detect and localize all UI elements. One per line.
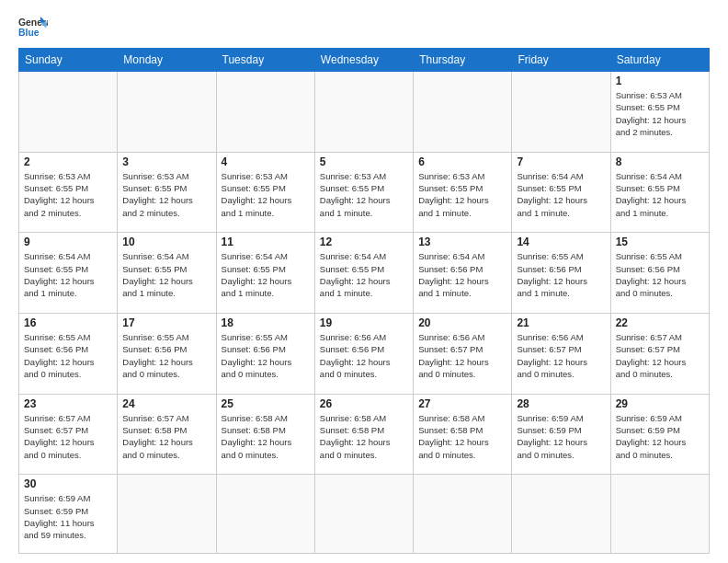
day-info: Sunrise: 6:53 AM Sunset: 6:55 PM Dayligh… — [616, 89, 704, 138]
day-number: 19 — [320, 316, 408, 329]
day-info: Sunrise: 6:55 AM Sunset: 6:56 PM Dayligh… — [517, 250, 605, 299]
day-info: Sunrise: 6:55 AM Sunset: 6:56 PM Dayligh… — [122, 331, 210, 380]
day-info: Sunrise: 6:53 AM Sunset: 6:55 PM Dayligh… — [320, 170, 408, 219]
day-number: 5 — [320, 155, 408, 168]
calendar-cell: 21Sunrise: 6:56 AM Sunset: 6:57 PM Dayli… — [512, 314, 610, 395]
day-number: 7 — [517, 155, 605, 168]
day-number: 13 — [418, 236, 506, 248]
calendar-cell — [216, 72, 314, 153]
day-info: Sunrise: 6:55 AM Sunset: 6:56 PM Dayligh… — [24, 331, 112, 380]
calendar-cell: 25Sunrise: 6:58 AM Sunset: 6:58 PM Dayli… — [216, 394, 314, 475]
calendar-cell: 14Sunrise: 6:55 AM Sunset: 6:56 PM Dayli… — [512, 233, 610, 314]
day-number: 28 — [517, 397, 605, 410]
day-info: Sunrise: 6:55 AM Sunset: 6:56 PM Dayligh… — [616, 250, 704, 299]
day-info: Sunrise: 6:59 AM Sunset: 6:59 PM Dayligh… — [517, 412, 605, 461]
day-info: Sunrise: 6:56 AM Sunset: 6:57 PM Dayligh… — [418, 331, 506, 380]
day-info: Sunrise: 6:56 AM Sunset: 6:57 PM Dayligh… — [517, 331, 605, 380]
day-number: 30 — [24, 477, 112, 490]
calendar-cell: 2Sunrise: 6:53 AM Sunset: 6:55 PM Daylig… — [19, 152, 118, 233]
day-number: 10 — [122, 236, 210, 248]
day-info: Sunrise: 6:53 AM Sunset: 6:55 PM Dayligh… — [222, 170, 310, 219]
day-number: 1 — [616, 75, 704, 87]
day-info: Sunrise: 6:56 AM Sunset: 6:56 PM Dayligh… — [320, 331, 408, 380]
calendar-cell — [610, 475, 709, 554]
calendar-cell: 3Sunrise: 6:53 AM Sunset: 6:55 PM Daylig… — [118, 152, 216, 233]
calendar-cell: 20Sunrise: 6:56 AM Sunset: 6:57 PM Dayli… — [414, 314, 512, 395]
day-number: 15 — [616, 236, 704, 248]
day-number: 11 — [222, 236, 310, 248]
day-info: Sunrise: 6:54 AM Sunset: 6:55 PM Dayligh… — [122, 250, 210, 299]
day-info: Sunrise: 6:54 AM Sunset: 6:55 PM Dayligh… — [320, 250, 408, 299]
calendar-table: SundayMondayTuesdayWednesdayThursdayFrid… — [18, 48, 710, 554]
calendar-cell: 27Sunrise: 6:58 AM Sunset: 6:58 PM Dayli… — [414, 394, 512, 475]
calendar-cell: 23Sunrise: 6:57 AM Sunset: 6:57 PM Dayli… — [19, 394, 118, 475]
day-number: 8 — [616, 155, 704, 168]
day-number: 22 — [616, 316, 704, 329]
day-info: Sunrise: 6:58 AM Sunset: 6:58 PM Dayligh… — [320, 412, 408, 461]
day-number: 6 — [418, 155, 506, 168]
calendar-cell: 11Sunrise: 6:54 AM Sunset: 6:55 PM Dayli… — [216, 233, 314, 314]
calendar-cell: 22Sunrise: 6:57 AM Sunset: 6:57 PM Dayli… — [610, 314, 709, 395]
calendar-cell — [512, 72, 610, 153]
day-number: 27 — [418, 397, 506, 410]
calendar-cell: 13Sunrise: 6:54 AM Sunset: 6:56 PM Dayli… — [414, 233, 512, 314]
day-info: Sunrise: 6:57 AM Sunset: 6:58 PM Dayligh… — [122, 412, 210, 461]
calendar-cell: 24Sunrise: 6:57 AM Sunset: 6:58 PM Dayli… — [118, 394, 216, 475]
calendar-cell — [216, 475, 314, 554]
logo: General Blue — [18, 15, 48, 40]
day-number: 23 — [24, 397, 112, 410]
calendar-cell: 12Sunrise: 6:54 AM Sunset: 6:55 PM Dayli… — [314, 233, 413, 314]
calendar-cell: 5Sunrise: 6:53 AM Sunset: 6:55 PM Daylig… — [314, 152, 413, 233]
day-info: Sunrise: 6:54 AM Sunset: 6:55 PM Dayligh… — [24, 250, 112, 299]
calendar-cell: 26Sunrise: 6:58 AM Sunset: 6:58 PM Dayli… — [314, 394, 413, 475]
weekday-header-tuesday: Tuesday — [216, 49, 314, 72]
calendar-cell — [118, 72, 216, 153]
calendar-cell — [512, 475, 610, 554]
day-info: Sunrise: 6:58 AM Sunset: 6:58 PM Dayligh… — [222, 412, 310, 461]
weekday-header-saturday: Saturday — [610, 49, 709, 72]
header: General Blue — [18, 15, 710, 40]
day-number: 21 — [517, 316, 605, 329]
day-info: Sunrise: 6:54 AM Sunset: 6:56 PM Dayligh… — [418, 250, 506, 299]
day-number: 2 — [24, 155, 112, 168]
calendar-cell: 18Sunrise: 6:55 AM Sunset: 6:56 PM Dayli… — [216, 314, 314, 395]
day-info: Sunrise: 6:53 AM Sunset: 6:55 PM Dayligh… — [418, 170, 506, 219]
calendar-cell: 4Sunrise: 6:53 AM Sunset: 6:55 PM Daylig… — [216, 152, 314, 233]
calendar-cell: 16Sunrise: 6:55 AM Sunset: 6:56 PM Dayli… — [19, 314, 118, 395]
day-info: Sunrise: 6:53 AM Sunset: 6:55 PM Dayligh… — [122, 170, 210, 219]
day-number: 25 — [222, 397, 310, 410]
weekday-header-sunday: Sunday — [19, 49, 118, 72]
day-number: 14 — [517, 236, 605, 248]
day-info: Sunrise: 6:55 AM Sunset: 6:56 PM Dayligh… — [222, 331, 310, 380]
day-number: 17 — [122, 316, 210, 329]
calendar-cell: 6Sunrise: 6:53 AM Sunset: 6:55 PM Daylig… — [414, 152, 512, 233]
calendar-cell: 7Sunrise: 6:54 AM Sunset: 6:55 PM Daylig… — [512, 152, 610, 233]
calendar-cell: 30Sunrise: 6:59 AM Sunset: 6:59 PM Dayli… — [19, 475, 118, 554]
calendar-cell: 15Sunrise: 6:55 AM Sunset: 6:56 PM Dayli… — [610, 233, 709, 314]
calendar-cell: 29Sunrise: 6:59 AM Sunset: 6:59 PM Dayli… — [610, 394, 709, 475]
day-number: 9 — [24, 236, 112, 248]
day-info: Sunrise: 6:59 AM Sunset: 6:59 PM Dayligh… — [616, 412, 704, 461]
day-info: Sunrise: 6:59 AM Sunset: 6:59 PM Dayligh… — [24, 492, 112, 541]
weekday-header-thursday: Thursday — [414, 49, 512, 72]
calendar-cell: 10Sunrise: 6:54 AM Sunset: 6:55 PM Dayli… — [118, 233, 216, 314]
calendar-cell: 28Sunrise: 6:59 AM Sunset: 6:59 PM Dayli… — [512, 394, 610, 475]
page: General Blue SundayMondayTuesdayWednesda… — [0, 0, 728, 563]
day-number: 18 — [222, 316, 310, 329]
svg-text:Blue: Blue — [18, 28, 40, 38]
calendar-cell — [414, 72, 512, 153]
calendar-cell — [314, 475, 413, 554]
calendar-cell: 17Sunrise: 6:55 AM Sunset: 6:56 PM Dayli… — [118, 314, 216, 395]
calendar-cell — [314, 72, 413, 153]
weekday-header-monday: Monday — [118, 49, 216, 72]
calendar-cell — [19, 72, 118, 153]
calendar-cell: 9Sunrise: 6:54 AM Sunset: 6:55 PM Daylig… — [19, 233, 118, 314]
day-number: 16 — [24, 316, 112, 329]
day-info: Sunrise: 6:57 AM Sunset: 6:57 PM Dayligh… — [24, 412, 112, 461]
generalblue-logo-icon: General Blue — [18, 15, 48, 40]
calendar-cell: 1Sunrise: 6:53 AM Sunset: 6:55 PM Daylig… — [610, 72, 709, 153]
day-info: Sunrise: 6:53 AM Sunset: 6:55 PM Dayligh… — [24, 170, 112, 219]
weekday-header-wednesday: Wednesday — [314, 49, 413, 72]
day-info: Sunrise: 6:54 AM Sunset: 6:55 PM Dayligh… — [222, 250, 310, 299]
day-number: 20 — [418, 316, 506, 329]
